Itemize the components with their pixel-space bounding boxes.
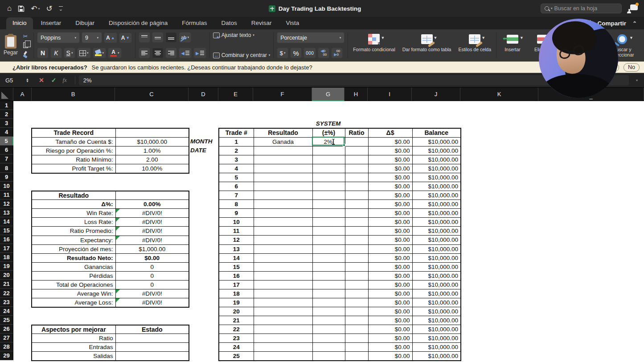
- column-header-J[interactable]: J: [412, 88, 460, 101]
- cell-resultado[interactable]: [254, 253, 312, 262]
- cell-pct[interactable]: [312, 298, 345, 307]
- cell-ratio[interactable]: [345, 236, 368, 244]
- resultado-value[interactable]: #DIV/0!: [115, 236, 189, 244]
- name-box-stepper[interactable]: ▲▼: [26, 78, 29, 82]
- cell-trade-number[interactable]: 23: [219, 334, 254, 343]
- cell-resultado[interactable]: [254, 173, 312, 182]
- row-header-10[interactable]: 10: [0, 182, 13, 191]
- cancel-entry-icon[interactable]: ✕: [39, 77, 44, 84]
- cell-ratio[interactable]: [345, 325, 368, 334]
- row-header-26[interactable]: 26: [0, 325, 13, 334]
- aspectos-label[interactable]: Ratio: [32, 334, 115, 343]
- undo-dropdown-icon[interactable]: ▾: [38, 7, 40, 11]
- cell-resultado[interactable]: [254, 280, 312, 289]
- save-icon[interactable]: [18, 5, 25, 12]
- copy-icon[interactable]: [21, 41, 30, 49]
- cell-trade-number[interactable]: 12: [219, 236, 254, 244]
- increase-decimal-button[interactable]: ◀000: [318, 48, 329, 58]
- cell-pct[interactable]: [312, 352, 345, 361]
- trade-record-value[interactable]: 10.00%: [115, 164, 189, 173]
- cell-ratio[interactable]: [345, 307, 368, 316]
- cell-pct[interactable]: [312, 182, 345, 191]
- cell-delta[interactable]: $0.00: [368, 253, 412, 262]
- row-header-11[interactable]: 11: [0, 191, 13, 199]
- cell-trade-number[interactable]: 22: [219, 325, 254, 334]
- resultado-value[interactable]: $0.00: [115, 253, 189, 262]
- cell-pct[interactable]: [312, 191, 345, 200]
- tab-insertar[interactable]: Insertar: [35, 17, 68, 29]
- align-bottom-button[interactable]: [165, 32, 177, 43]
- row-header-16[interactable]: 16: [0, 235, 13, 244]
- row-header-13[interactable]: 13: [0, 208, 13, 217]
- cell-resultado[interactable]: [254, 209, 312, 218]
- cell-delta[interactable]: $0.00: [368, 307, 412, 316]
- paste-button[interactable]: Pegar: [4, 35, 18, 56]
- cell-trade-number[interactable]: 16: [219, 271, 254, 280]
- cell-delta[interactable]: $0.00: [368, 244, 412, 253]
- system-header-5[interactable]: Balance: [412, 128, 461, 137]
- cell-balance[interactable]: $10,000.00: [412, 253, 461, 262]
- resultado-label[interactable]: Pérdidas: [32, 271, 115, 280]
- cell-delta[interactable]: $0.00: [368, 164, 412, 173]
- cell-pct[interactable]: [312, 271, 345, 280]
- align-right-button[interactable]: [165, 48, 177, 58]
- row-header-29[interactable]: 29: [0, 351, 13, 360]
- trade-record-label[interactable]: Profit Target %:: [32, 164, 115, 173]
- cell-ratio[interactable]: [345, 334, 368, 343]
- resultado-value[interactable]: 0: [115, 280, 189, 289]
- row-header-21[interactable]: 21: [0, 280, 13, 289]
- cell-pct[interactable]: [312, 227, 345, 236]
- font-color-button[interactable]: A▾: [108, 48, 122, 58]
- cell-balance[interactable]: $10,000.00: [412, 298, 461, 307]
- resultado-label[interactable]: Ratio Promedio:: [32, 227, 115, 236]
- ribbon-collapse-icon[interactable]: ⌃: [632, 20, 637, 27]
- row-header-8[interactable]: 8: [0, 163, 13, 172]
- cell-balance[interactable]: $10,000.00: [412, 164, 461, 173]
- cell-delta[interactable]: $0.00: [368, 137, 412, 146]
- tab-revisar[interactable]: Revisar: [245, 17, 278, 29]
- cell-trade-number[interactable]: 1: [219, 137, 254, 146]
- cell-resultado[interactable]: [254, 334, 312, 343]
- column-header-A[interactable]: A: [13, 88, 32, 101]
- cell-resultado[interactable]: [254, 307, 312, 316]
- align-left-button[interactable]: [139, 48, 150, 58]
- cell-trade-number[interactable]: 7: [219, 191, 254, 200]
- worksheet-grid[interactable]: ABCDEFGHIJK_1234567891011121314151617181…: [0, 88, 644, 362]
- thousands-format-button[interactable]: 000: [304, 48, 316, 58]
- cell-balance[interactable]: $10,000.00: [412, 146, 461, 155]
- cell-resultado[interactable]: [254, 289, 312, 298]
- row-header-23[interactable]: 23: [0, 298, 13, 307]
- tab-fórmulas[interactable]: Fórmulas: [176, 17, 213, 29]
- row-header-12[interactable]: 12: [0, 199, 13, 208]
- cell-trade-number[interactable]: 13: [219, 244, 254, 253]
- cell-balance[interactable]: $10,000.00: [412, 334, 461, 343]
- font-name-select[interactable]: Poppins▾: [37, 32, 80, 43]
- cell-pct[interactable]: [312, 244, 345, 253]
- resultado-value[interactable]: #DIV/0!: [115, 227, 189, 236]
- cell[interactable]: [115, 191, 189, 200]
- no-button[interactable]: No: [623, 63, 640, 72]
- cell-balance[interactable]: $10,000.00: [412, 307, 461, 316]
- cell-delta[interactable]: $0.00: [368, 155, 412, 164]
- cell-pct[interactable]: [312, 164, 345, 173]
- cell-trade-number[interactable]: 2: [219, 146, 254, 155]
- trade-record-label[interactable]: Tamaño de Cuenta $:: [32, 137, 115, 146]
- resultado-value[interactable]: $1,000.00: [115, 244, 189, 253]
- column-header-G[interactable]: G: [312, 88, 345, 101]
- cell-ratio[interactable]: [345, 155, 368, 164]
- cell-delta[interactable]: $0.00: [368, 209, 412, 218]
- row-header-18[interactable]: 18: [0, 253, 13, 262]
- cell-trade-number[interactable]: 10: [219, 218, 254, 227]
- cell-delta[interactable]: $0.00: [368, 280, 412, 289]
- column-header-D[interactable]: D: [189, 88, 218, 101]
- fill-color-button[interactable]: ▾: [93, 48, 107, 58]
- column-header-I[interactable]: I: [368, 88, 412, 101]
- cell-pct[interactable]: [312, 343, 345, 352]
- cell-ratio[interactable]: [345, 253, 368, 262]
- cell-pct[interactable]: [312, 218, 345, 227]
- cell-trade-number[interactable]: 3: [219, 155, 254, 164]
- cell-pct[interactable]: [312, 173, 345, 182]
- resultado-label[interactable]: Total de Operaciones: [32, 280, 115, 289]
- wrap-text-button[interactable]: Ajustar texto▾: [213, 32, 271, 38]
- system-header-0[interactable]: Trade #: [219, 128, 254, 137]
